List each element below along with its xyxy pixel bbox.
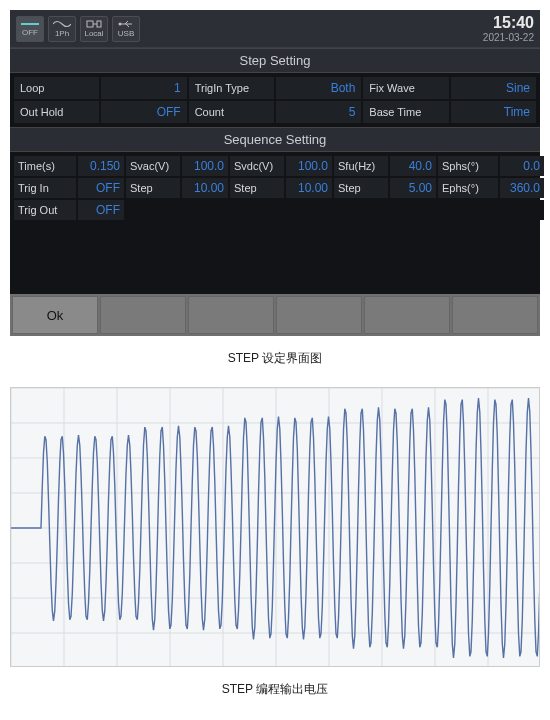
top-bar: OFF 1Ph Local USB 15:40 2021-03-22 xyxy=(10,10,540,48)
waveform-caption: STEP 编程输出电压 xyxy=(10,681,540,698)
usb-icon[interactable]: USB xyxy=(112,16,140,42)
sequence-setting-grid: Time(s) 0.150 Svac(V) 100.0 Svdc(V) 100.… xyxy=(10,152,540,224)
basetime-value[interactable]: Time xyxy=(451,101,536,123)
stepv-value[interactable]: 10.00 xyxy=(182,178,228,198)
time-value[interactable]: 0.150 xyxy=(78,156,124,176)
stepf-value[interactable]: 5.00 xyxy=(390,178,436,198)
ephs-value[interactable]: 360.0 xyxy=(500,178,544,198)
stepvdc-value[interactable]: 10.00 xyxy=(286,178,332,198)
sequence-setting-title: Sequence Setting xyxy=(10,127,540,152)
step-setting-grid: Loop 1 TrigIn Type Both Fix Wave Sine Ou… xyxy=(10,73,540,127)
softkey-bar: Ok xyxy=(10,294,540,336)
softkey-5[interactable] xyxy=(364,296,450,334)
trigintype-value[interactable]: Both xyxy=(276,77,361,99)
sphs-value[interactable]: 0.0 xyxy=(500,156,544,176)
stepf-label: Step xyxy=(334,178,388,198)
count-value[interactable]: 5 xyxy=(276,101,361,123)
sphs-label: Sphs(°) xyxy=(438,156,498,176)
trigout-value[interactable]: OFF xyxy=(78,200,124,220)
svg-rect-1 xyxy=(87,21,93,27)
softkey-ok[interactable]: Ok xyxy=(12,296,98,334)
icon-label: 1Ph xyxy=(55,30,69,39)
svac-value[interactable]: 100.0 xyxy=(182,156,228,176)
status-icons: OFF 1Ph Local USB xyxy=(16,16,140,42)
fixwave-label: Fix Wave xyxy=(363,77,448,99)
time-label: Time(s) xyxy=(14,156,76,176)
device-screen: OFF 1Ph Local USB 15:40 2021-03-22 Step … xyxy=(10,10,540,336)
trigin-value[interactable]: OFF xyxy=(78,178,124,198)
sfu-label: Sfu(Hz) xyxy=(334,156,388,176)
svdc-label: Svdc(V) xyxy=(230,156,284,176)
icon-label: USB xyxy=(118,30,134,39)
svdc-value[interactable]: 100.0 xyxy=(286,156,332,176)
svac-label: Svac(V) xyxy=(126,156,180,176)
outhold-value[interactable]: OFF xyxy=(101,101,186,123)
stepv-label: Step xyxy=(126,178,180,198)
icon-label: OFF xyxy=(22,29,38,38)
softkey-2[interactable] xyxy=(100,296,186,334)
clock-area: 15:40 2021-03-22 xyxy=(483,14,534,43)
local-icon[interactable]: Local xyxy=(80,16,108,42)
empty-cell xyxy=(126,200,544,220)
svg-rect-3 xyxy=(97,21,101,27)
trigintype-label: TrigIn Type xyxy=(189,77,274,99)
ephs-label: Ephs(°) xyxy=(438,178,498,198)
clock-date: 2021-03-22 xyxy=(483,32,534,43)
phase-icon[interactable]: 1Ph xyxy=(48,16,76,42)
fixwave-value[interactable]: Sine xyxy=(451,77,536,99)
softkey-3[interactable] xyxy=(188,296,274,334)
softkey-6[interactable] xyxy=(452,296,538,334)
loop-label: Loop xyxy=(14,77,99,99)
empty-area xyxy=(10,224,540,294)
basetime-label: Base Time xyxy=(363,101,448,123)
stepvdc-label: Step xyxy=(230,178,284,198)
waveform-scope xyxy=(10,387,540,667)
sfu-value[interactable]: 40.0 xyxy=(390,156,436,176)
settings-caption: STEP 设定界面图 xyxy=(10,350,540,367)
count-label: Count xyxy=(189,101,274,123)
trigout-label: Trig Out xyxy=(14,200,76,220)
loop-value[interactable]: 1 xyxy=(101,77,186,99)
icon-label: Local xyxy=(84,30,103,39)
softkey-4[interactable] xyxy=(276,296,362,334)
step-setting-title: Step Setting xyxy=(10,48,540,73)
clock-time: 15:40 xyxy=(483,14,534,32)
trigin-label: Trig In xyxy=(14,178,76,198)
outhold-label: Out Hold xyxy=(14,101,99,123)
output-off-icon[interactable]: OFF xyxy=(16,16,44,42)
